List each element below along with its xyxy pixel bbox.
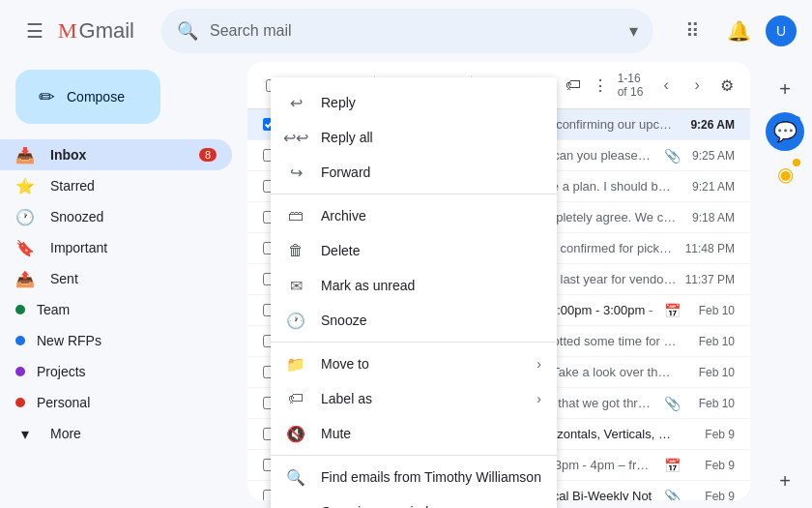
- mark-unread-label: Mark as unread: [321, 278, 541, 293]
- inbox-badge: 8: [199, 148, 217, 162]
- inbox-label: Inbox: [50, 147, 199, 163]
- menu-item-reply-all[interactable]: ↩↩Reply all: [271, 120, 557, 155]
- personal-label: Personal: [37, 395, 217, 410]
- menu-item-snooze[interactable]: 🕐Snooze: [271, 303, 557, 338]
- email-snippet: – Take a look over the changes that I ma…: [542, 365, 677, 379]
- label-as-label: Label as: [321, 391, 536, 406]
- email-time: Feb 10: [684, 397, 735, 410]
- sidebar-item-personal[interactable]: Personal: [0, 387, 232, 418]
- gmail-logo: M Gmail: [58, 18, 134, 44]
- newrfps-label: New RFPs: [37, 333, 217, 348]
- more-label: More: [50, 426, 217, 441]
- sidebar: ✏ Compose 📥 Inbox 8 ⭐ Starred 🕐 Snoozed …: [0, 62, 247, 508]
- search-icon: 🔍: [177, 20, 198, 42]
- menu-item-mark-unread[interactable]: ✉Mark as unread: [271, 268, 557, 303]
- sent-label: Sent: [50, 271, 217, 286]
- email-time: 9:18 AM: [684, 211, 735, 224]
- toolbar-right: 1-16 of 16 ‹ › ⚙: [618, 70, 735, 101]
- menu-item-forward[interactable]: ↪Forward: [271, 155, 557, 190]
- menu-item-move-to[interactable]: 📁Move to›: [271, 346, 557, 381]
- menu-item-find-emails[interactable]: 🔍Find emails from Timothy Williamson: [271, 460, 557, 494]
- search-bar: 🔍 ▾: [161, 9, 653, 53]
- menu-button[interactable]: ☰: [15, 12, 54, 50]
- email-time: Feb 10: [684, 304, 735, 317]
- sidebar-item-team[interactable]: Team: [0, 294, 232, 325]
- delete-icon: 🗑: [286, 241, 305, 260]
- sidebar-item-snoozed[interactable]: 🕐 Snoozed: [0, 201, 232, 232]
- open-window-icon: ↗: [286, 502, 305, 508]
- search-input[interactable]: [210, 22, 629, 40]
- chat-icon[interactable]: 💬: [766, 112, 804, 151]
- projects-label: Projects: [37, 364, 217, 379]
- add-icon[interactable]: +: [766, 462, 804, 500]
- attachment-icon: 📎: [664, 489, 681, 501]
- avatar[interactable]: U: [766, 15, 797, 46]
- sent-icon: 📤: [15, 269, 35, 288]
- compose-icon: ✏: [39, 85, 55, 108]
- menu-divider: [271, 194, 557, 194]
- more-toolbar-icon[interactable]: ⋮: [591, 70, 610, 101]
- menu-item-archive[interactable]: 🗃Archive: [271, 198, 557, 233]
- menu-item-delete[interactable]: 🗑Delete: [271, 233, 557, 268]
- more-icon: ▾: [15, 424, 35, 443]
- newrfps-dot: [15, 336, 25, 345]
- prev-page-button[interactable]: ‹: [652, 72, 680, 99]
- personal-dot: [15, 398, 25, 407]
- email-time: Feb 9: [684, 459, 735, 472]
- chat-notification-dot: [793, 116, 800, 124]
- menu-item-open-window[interactable]: ↗Open in new window: [271, 494, 557, 508]
- find-emails-label: Find emails from Timothy Williamson: [321, 469, 541, 485]
- menu-divider: [271, 342, 557, 343]
- attachment-icon: 📎: [664, 396, 681, 411]
- inbox-icon: 📥: [15, 145, 35, 164]
- snoozed-icon: 🕐: [15, 207, 35, 226]
- settings-icon[interactable]: ⚙: [718, 70, 735, 101]
- label-toolbar-icon[interactable]: 🏷: [564, 70, 583, 101]
- move-to-label: Move to: [321, 356, 536, 372]
- meet-icon[interactable]: +: [766, 70, 804, 108]
- starred-label: Starred: [50, 178, 217, 194]
- important-label: Important: [50, 240, 217, 255]
- archive-icon: 🗃: [286, 206, 305, 225]
- sidebar-item-more[interactable]: ▾ More: [0, 418, 232, 449]
- move-to-icon: 📁: [286, 354, 305, 374]
- sidebar-item-sent[interactable]: 📤 Sent: [0, 263, 232, 294]
- email-time: 11:48 PM: [684, 242, 735, 255]
- starred-icon: ⭐: [15, 176, 35, 195]
- reply-all-icon: ↩↩: [286, 128, 305, 147]
- find-emails-icon: 🔍: [286, 467, 305, 487]
- email-time: 9:21 AM: [684, 180, 735, 194]
- right-sidebar: + 💬 ◉ +: [758, 62, 812, 508]
- sidebar-item-projects[interactable]: Projects: [0, 356, 232, 387]
- spaces-icon[interactable]: ◉: [766, 155, 804, 194]
- menu-item-mute[interactable]: 🔇Mute: [271, 416, 557, 451]
- snooze-label: Snooze: [321, 313, 541, 328]
- apps-icon[interactable]: ⠿: [673, 12, 711, 50]
- context-menu: ↩Reply↩↩Reply all↪Forward🗃Archive🗑Delete…: [271, 77, 557, 508]
- snooze-icon: 🕐: [286, 311, 305, 330]
- hamburger-icon: ☰: [26, 19, 44, 43]
- menu-item-reply[interactable]: ↩Reply: [271, 85, 557, 120]
- top-right-actions: ⠿ 🔔 U: [673, 12, 797, 50]
- projects-dot: [15, 367, 25, 376]
- sidebar-item-inbox[interactable]: 📥 Inbox 8: [0, 139, 232, 170]
- sidebar-item-important[interactable]: 🔖 Important: [0, 232, 232, 263]
- email-time: Feb 10: [684, 335, 735, 348]
- email-snippet: – You have been i...: [649, 303, 652, 317]
- email-time: 11:37 PM: [684, 273, 735, 286]
- compose-button[interactable]: ✏ Compose: [15, 70, 160, 124]
- important-icon: 🔖: [15, 238, 35, 257]
- gmail-m: M: [58, 18, 77, 44]
- team-label: Team: [37, 302, 217, 317]
- email-time: Feb 9: [684, 428, 735, 441]
- archive-label: Archive: [321, 208, 541, 224]
- search-chevron-icon[interactable]: ▾: [629, 20, 638, 42]
- menu-item-label-as[interactable]: 🏷Label as›: [271, 381, 557, 416]
- email-time: Feb 9: [684, 490, 735, 501]
- notifications-icon[interactable]: 🔔: [719, 12, 758, 50]
- next-page-button[interactable]: ›: [683, 72, 710, 99]
- sidebar-item-newrfps[interactable]: New RFPs: [0, 325, 232, 356]
- menu-divider: [271, 455, 557, 456]
- forward-icon: ↪: [286, 163, 305, 182]
- sidebar-item-starred[interactable]: ⭐ Starred: [0, 170, 232, 201]
